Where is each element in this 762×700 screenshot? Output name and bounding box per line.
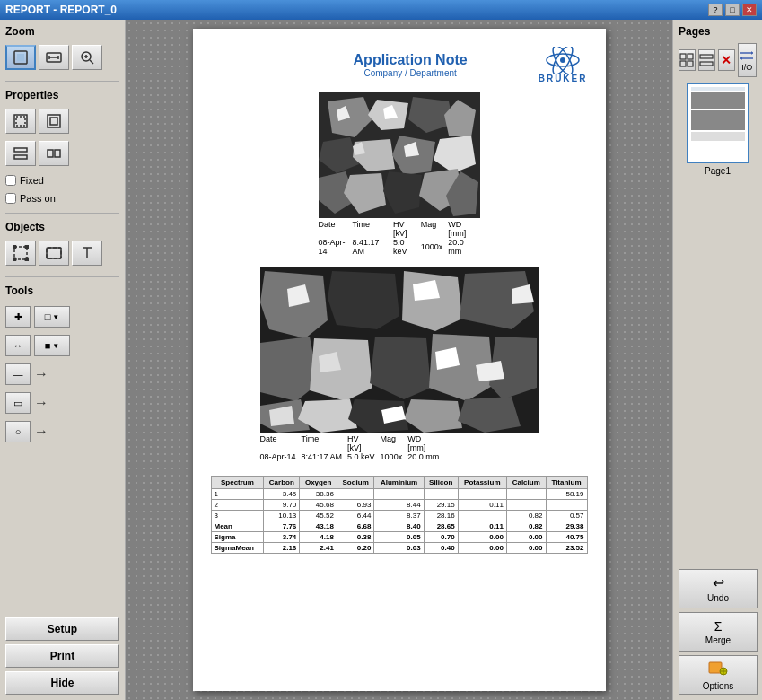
prop-select-btn[interactable] [5, 109, 36, 134]
table-cell: 0.11 [458, 500, 506, 511]
table-cell: 40.75 [546, 532, 587, 543]
svg-point-19 [13, 245, 16, 249]
time-unit-2 [302, 443, 348, 452]
table-cell: 6.93 [337, 500, 374, 511]
tool-fill-btn[interactable]: ■ ▼ [34, 335, 70, 356]
time-label-1: Time [352, 220, 393, 229]
hide-button[interactable]: Hide [5, 671, 119, 695]
properties-section-title: Properties [5, 89, 119, 101]
sem-image-1 [319, 92, 480, 218]
canvas-area[interactable]: Application Note Company / Department BR… [126, 20, 672, 700]
print-button[interactable]: Print [5, 644, 119, 668]
tool-move-btn[interactable]: ↔ [5, 335, 31, 356]
table-cell: 23.52 [546, 543, 587, 554]
zoom-magnify-btn[interactable] [72, 45, 102, 70]
page-grid-btn[interactable] [679, 49, 696, 71]
zoom-page-btn[interactable] [5, 45, 36, 70]
wd-label-1: WD [448, 220, 479, 229]
fixed-label: Fixed [20, 175, 44, 186]
zoom-controls [5, 45, 119, 70]
object-image-btn[interactable] [39, 241, 69, 266]
table-cell: 45.68 [300, 500, 337, 511]
table-row: SigmaMean2.162.410.200.030.400.000.0023.… [211, 543, 587, 554]
time-val-1: 8:41:17 AM [352, 238, 393, 256]
hv-unit-2 [260, 443, 302, 452]
prop-frame-btn[interactable] [39, 109, 69, 134]
object-text-btn[interactable] [72, 241, 102, 266]
io-button[interactable]: I/O [738, 43, 757, 77]
restore-button[interactable]: □ [725, 4, 740, 16]
hv-val-1: 5.0 keV [393, 238, 421, 256]
pass-on-checkbox[interactable] [5, 193, 16, 204]
wd-label-2: WD [407, 434, 444, 443]
svg-rect-77 [700, 62, 713, 66]
table-cell [546, 500, 587, 511]
table-cell: 0.00 [506, 543, 546, 554]
table-cell: 7.76 [264, 521, 300, 532]
table-row: Sigma3.744.180.380.050.700.000.0040.75 [211, 532, 587, 543]
setup-button[interactable]: Setup [5, 617, 119, 641]
undo-button[interactable]: ↩ Undo [679, 569, 758, 608]
svg-rect-14 [14, 148, 27, 152]
table-cell: 6.68 [337, 521, 374, 532]
table-cell [374, 489, 424, 500]
report-page: Application Note Company / Department BR… [193, 29, 606, 691]
col-aluminium: Aluminium [374, 477, 424, 489]
objects-section-title: Objects [5, 221, 119, 233]
date-val-2: 08-Apr-14 [260, 452, 302, 461]
prop-align-btn[interactable] [5, 141, 36, 166]
help-button[interactable]: ? [708, 4, 723, 16]
mag-label-2: Mag [381, 434, 408, 443]
tool-rect-btn[interactable]: ▭ [5, 392, 31, 414]
time-val-2: 8:41:17 AM [302, 452, 348, 461]
close-button[interactable]: ✕ [742, 4, 757, 16]
table-cell: 28.65 [424, 521, 458, 532]
sem-image-2-svg [260, 267, 539, 433]
table-cell: 10.13 [264, 511, 300, 521]
table-cell [424, 489, 458, 500]
svg-rect-1 [17, 54, 24, 61]
object-select-btn[interactable] [5, 241, 36, 266]
table-cell: 38.36 [300, 489, 337, 500]
table-cell: 3.45 [264, 489, 300, 500]
tool-arrow-right-3: → [34, 424, 48, 440]
svg-rect-17 [55, 150, 60, 157]
options-button[interactable]: Options [679, 655, 758, 695]
date-label-2: Date [260, 434, 302, 443]
wd-val-1: 20.0 mm [448, 238, 479, 256]
svg-rect-16 [48, 150, 53, 157]
table-cell [506, 489, 546, 500]
table-cell: 3.74 [264, 532, 300, 543]
table-cell: 0.00 [458, 532, 506, 543]
window-controls: ? □ ✕ [708, 4, 757, 16]
hv-unit-label-2: [kV] [347, 443, 381, 452]
tool-dash-btn[interactable]: — [5, 363, 31, 385]
prop-distribute-btn[interactable] [39, 141, 69, 166]
merge-button[interactable]: Σ Merge [679, 612, 758, 652]
svg-rect-24 [47, 248, 61, 258]
page1-label: Page1 [705, 166, 731, 176]
main-container: Zoom [0, 20, 762, 700]
tool-cross-btn[interactable]: ✚ [5, 306, 31, 328]
table-cell: 2 [211, 500, 264, 511]
right-action-buttons: ↩ Undo Σ Merge Options [679, 569, 757, 695]
hv-label-2: HV [347, 434, 381, 443]
svg-point-22 [25, 258, 29, 261]
zoom-width-btn[interactable] [39, 45, 69, 70]
mag-unit-1 [421, 229, 449, 238]
page1-thumbnail[interactable] [687, 83, 749, 163]
table-cell: Mean [211, 521, 264, 532]
table-cell: 0.03 [374, 543, 424, 554]
tool-square-btn[interactable]: □ ▼ [34, 306, 70, 328]
table-cell: 0.11 [458, 521, 506, 532]
fixed-checkbox[interactable] [5, 175, 16, 186]
svg-rect-13 [50, 118, 57, 125]
table-cell: 9.70 [264, 500, 300, 511]
undo-label: Undo [707, 593, 729, 603]
tool-circle-btn[interactable]: ○ [5, 421, 31, 442]
svg-point-21 [13, 258, 16, 261]
right-panel: Pages ✕ [672, 20, 762, 700]
page-delete-btn[interactable]: ✕ [718, 49, 735, 71]
spectrum-data-table: Spectrum Carbon Oxygen Sodium Aluminium … [211, 476, 588, 554]
page-list-btn[interactable] [698, 49, 715, 71]
